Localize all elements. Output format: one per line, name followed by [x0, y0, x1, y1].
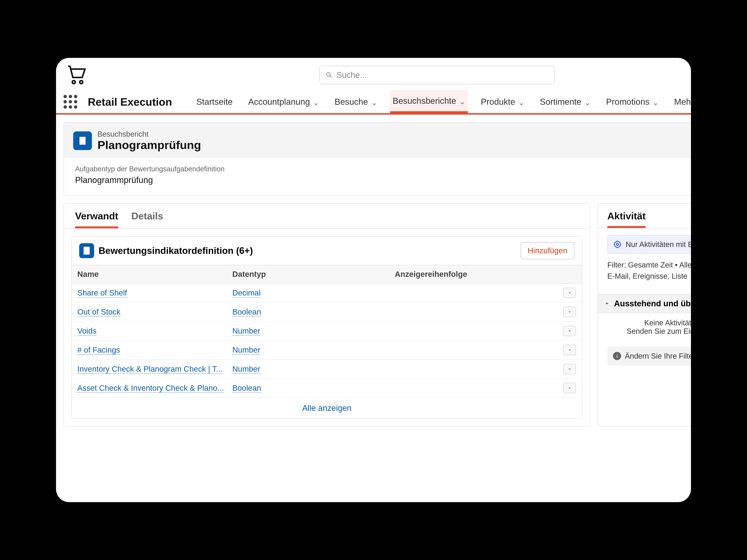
nav-item-label: Mehr	[674, 97, 691, 107]
chevron-down-icon	[460, 98, 465, 104]
activity-insights-label: Nur Aktivitäten mit Einblicken	[626, 240, 691, 249]
activity-filter-line2: E-Mail, Ereignisse, Liste	[607, 270, 691, 282]
chevron-down-icon	[371, 99, 377, 105]
activity-section-label: Ausstehend und überfällig	[614, 299, 691, 308]
nav-item-5[interactable]: Sortimente	[537, 90, 593, 113]
table-row: Out of StockBoolean	[72, 302, 582, 322]
search-placeholder: Suche...	[337, 70, 367, 80]
nav-item-3[interactable]: Besuchsberichte	[390, 90, 468, 113]
activity-section-toggle[interactable]: Ausstehend und überfällig	[598, 294, 691, 313]
table-row: Asset Check & Inventory Check & Plano...…	[72, 379, 582, 398]
col-header-datatype: Datentyp	[227, 265, 389, 283]
app-name: Retail Execution	[88, 96, 172, 108]
add-button[interactable]: Hinzufügen	[521, 242, 574, 259]
row-datatype-link[interactable]: Number	[232, 365, 260, 374]
col-header-order: Anzeigereihenfolge	[389, 265, 558, 283]
row-name-link[interactable]: Out of Stock	[77, 308, 121, 317]
nav-item-2[interactable]: Besuche	[332, 90, 380, 113]
nav-item-label: Startseite	[196, 97, 232, 107]
record-header: Besuchsbericht Planogramprüfung Bearbeit…	[63, 122, 691, 196]
nav-item-4[interactable]: Produkte	[478, 90, 527, 113]
chevron-down-icon	[519, 99, 524, 105]
chevron-down-icon	[585, 99, 590, 105]
row-datatype-link[interactable]: Boolean	[232, 308, 261, 317]
table-row: Share of ShelfDecimal	[72, 284, 582, 302]
row-actions-menu[interactable]	[563, 288, 576, 298]
related-list-title: Bewertungsindikatordefinition (6+)	[99, 245, 253, 256]
record-title: Planogramprüfung	[98, 138, 201, 152]
nav-item-7[interactable]: Mehr	[672, 90, 691, 113]
nav-item-0[interactable]: Startseite	[194, 90, 235, 113]
row-actions-menu[interactable]	[563, 383, 576, 393]
nav-item-label: Besuchsberichte	[393, 96, 456, 106]
row-actions-menu[interactable]	[563, 364, 576, 374]
activity-empty-line1: Keine Aktivitäten anzeigen.	[607, 319, 691, 327]
app-logo-cart-icon	[66, 63, 88, 87]
row-name-link[interactable]: Asset Check & Inventory Check & Plano...	[77, 383, 224, 393]
nav-item-label: Sortimente	[540, 97, 581, 107]
nav-item-label: Besuche	[334, 97, 368, 107]
svg-point-3	[616, 243, 619, 245]
info-icon: i	[613, 352, 621, 360]
app-launcher-icon[interactable]	[63, 95, 77, 109]
row-actions-menu[interactable]	[563, 326, 576, 336]
chevron-down-icon	[313, 99, 319, 105]
record-object-label: Besuchsbericht	[98, 130, 201, 138]
activity-note-text: Ändern Sie Ihre Filter, um ändern.	[625, 352, 691, 360]
table-row: Inventory Check & Planogram Check | T...…	[72, 360, 582, 379]
activity-empty-line2: Senden Sie zum Einstieg eine E-Mail.	[607, 327, 691, 336]
tablet-screen: Suche... Retail Execution StartseiteAcco…	[56, 58, 691, 502]
nav-item-6[interactable]: Promotions	[603, 90, 661, 113]
svg-point-0	[72, 81, 75, 84]
global-search-input[interactable]: Suche...	[319, 66, 555, 84]
row-name-link[interactable]: Share of Shelf	[77, 288, 127, 297]
related-list-icon	[79, 243, 94, 258]
record-subfield-label: Aufgabentyp der Bewertungsaufgabendefini…	[75, 165, 691, 173]
table-row: VoidsNumber	[72, 322, 582, 341]
record-object-icon	[73, 131, 92, 150]
nav-item-label: Accountplanung	[248, 97, 310, 107]
activity-filter-note: i Ändern Sie Ihre Filter, um ändern.	[607, 347, 691, 366]
row-actions-menu[interactable]	[563, 345, 576, 355]
row-name-link[interactable]: Inventory Check & Planogram Check | T...	[77, 365, 223, 374]
nav-item-label: Produkte	[481, 97, 515, 107]
svg-point-4	[614, 241, 620, 247]
row-datatype-link[interactable]: Boolean	[232, 383, 261, 393]
record-subfield-value: Planogrammprüfung	[75, 175, 691, 185]
view-all-link[interactable]: Alle anzeigen	[72, 398, 582, 418]
row-name-link[interactable]: Voids	[77, 326, 97, 336]
col-header-name: Name	[72, 265, 227, 283]
nav-item-label: Promotions	[606, 97, 649, 107]
activity-filter-line1: Filter: Gesamte Zeit • Alle Aktivitäten	[607, 259, 691, 270]
related-list-card: Bewertungsindikatordefinition (6+) Hinzu…	[71, 236, 582, 419]
svg-point-2	[327, 73, 330, 76]
tablet-frame: Suche... Retail Execution StartseiteAcco…	[43, 45, 704, 515]
nav-item-1[interactable]: Accountplanung	[246, 90, 321, 113]
row-datatype-link[interactable]: Number	[232, 346, 260, 355]
tab-related[interactable]: Verwandt	[75, 210, 118, 228]
row-name-link[interactable]: # of Facings	[77, 346, 120, 355]
row-datatype-link[interactable]: Decimal	[232, 288, 261, 297]
tab-activity[interactable]: Aktivität	[607, 210, 646, 228]
activity-insights-toggle[interactable]: Nur Aktivitäten mit Einblicken	[607, 235, 691, 254]
tab-details[interactable]: Details	[131, 210, 163, 228]
row-datatype-link[interactable]: Number	[232, 326, 260, 336]
table-row: # of FacingsNumber	[72, 341, 582, 360]
svg-point-1	[80, 81, 83, 84]
chevron-down-icon	[653, 99, 659, 105]
row-actions-menu[interactable]	[563, 307, 576, 317]
